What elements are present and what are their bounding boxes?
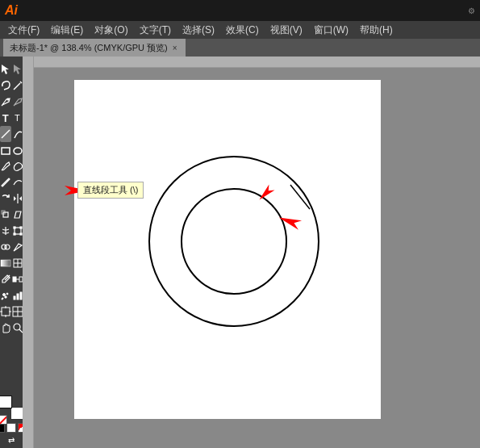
app-logo: Ai [5, 3, 18, 18]
scale-tool[interactable] [0, 207, 11, 223]
tab-title: 未标题-1* @ 138.4% (CMYK/GPU 预览) [10, 42, 168, 54]
toolbar: T T [0, 57, 23, 448]
direct-select-tool[interactable] [12, 61, 23, 77]
ellipse-tool[interactable] [12, 142, 23, 158]
svg-line-8 [7, 180, 8, 181]
svg-rect-35 [17, 294, 19, 299]
svg-rect-19 [14, 233, 15, 235]
pencil-tool[interactable] [0, 174, 11, 191]
menu-effect[interactable]: 效果(C) [221, 22, 264, 39]
menu-view[interactable]: 视图(V) [265, 22, 307, 39]
color-section [0, 392, 23, 436]
menu-bar: 文件(F) 编辑(E) 对象(O) 文字(T) 选择(S) 效果(C) 视图(V… [0, 21, 480, 39]
menu-select[interactable]: 选择(S) [177, 22, 219, 39]
free-transform-tool[interactable] [12, 223, 23, 239]
menu-type[interactable]: 文字(T) [135, 22, 176, 39]
svg-point-22 [5, 245, 10, 249]
canvas-area[interactable]: 直线段工具 (\) [23, 57, 480, 448]
rectangle-tool[interactable] [0, 142, 11, 158]
line-segment-tool[interactable] [0, 126, 11, 142]
blob-brush-tool[interactable] [12, 158, 23, 174]
svg-line-3 [20, 82, 22, 83]
type-tool[interactable]: T [0, 110, 11, 126]
column-graph-tool[interactable] [12, 287, 23, 304]
eyedropper-tool[interactable] [0, 271, 11, 287]
svg-rect-18 [20, 227, 22, 228]
line-segment [290, 185, 310, 209]
select-tool[interactable] [0, 61, 11, 77]
tooltip: 直线段工具 (\) [77, 182, 144, 199]
swap-colors[interactable]: ⇄ [8, 436, 15, 445]
shape-builder-tool[interactable] [0, 239, 11, 255]
menu-edit[interactable]: 编辑(E) [46, 22, 88, 39]
svg-point-31 [2, 294, 5, 296]
white-swatch[interactable] [6, 423, 16, 433]
svg-line-27 [5, 275, 10, 280]
pen-tool[interactable] [0, 94, 11, 110]
main-area: T T [0, 57, 480, 448]
svg-rect-23 [1, 260, 10, 266]
add-anchor-tool[interactable] [12, 94, 23, 110]
slice-tool[interactable] [12, 304, 23, 320]
arc-tool[interactable] [12, 126, 23, 142]
shear-tool[interactable] [12, 207, 23, 223]
tooltip-text: 直线段工具 (\) [83, 185, 138, 195]
svg-point-32 [6, 293, 8, 295]
svg-line-2 [14, 83, 20, 90]
red-arrow-toolbar [65, 186, 89, 195]
svg-point-45 [14, 324, 20, 330]
hand-tool[interactable] [0, 320, 11, 336]
zoom-tool[interactable] [12, 320, 23, 336]
svg-marker-47 [65, 186, 89, 195]
svg-rect-12 [3, 212, 8, 217]
ruler-top [34, 57, 480, 68]
svg-marker-10 [14, 196, 16, 201]
menu-help[interactable]: 帮助(H) [355, 22, 398, 39]
magic-wand-tool[interactable] [12, 77, 23, 94]
live-paint-tool[interactable] [12, 239, 23, 255]
blend-tool[interactable] [12, 271, 23, 287]
svg-marker-1 [14, 65, 21, 74]
inner-circle [182, 189, 286, 294]
svg-rect-37 [2, 308, 10, 316]
artboard-tool[interactable] [0, 304, 11, 320]
canvas-content [34, 68, 480, 448]
svg-marker-49 [278, 213, 302, 230]
lasso-tool[interactable] [0, 77, 11, 94]
fill-swatch[interactable] [0, 396, 12, 408]
vertical-type-tool[interactable]: T [12, 110, 23, 126]
mesh-tool[interactable] [12, 255, 23, 271]
svg-point-7 [14, 148, 22, 154]
red-arrow-lower [278, 213, 302, 230]
title-bar: Ai ⚙ [0, 0, 480, 21]
width-tool[interactable] [0, 223, 11, 239]
menu-window[interactable]: 窗口(W) [309, 22, 353, 39]
reflect-tool[interactable] [12, 191, 23, 207]
none-swatch[interactable] [0, 415, 7, 425]
svg-rect-34 [14, 296, 15, 299]
menu-file[interactable]: 文件(F) [3, 22, 44, 39]
menu-object[interactable]: 对象(O) [90, 22, 132, 39]
svg-marker-14 [15, 211, 21, 218]
svg-rect-28 [13, 277, 16, 282]
symbol-sprayer-tool[interactable] [0, 287, 11, 304]
svg-rect-20 [20, 233, 22, 235]
gradient-tool[interactable] [0, 255, 11, 271]
svg-line-5 [2, 130, 10, 138]
svg-line-46 [19, 329, 23, 333]
window-controls: ⚙ [468, 6, 475, 15]
svg-marker-11 [19, 196, 22, 201]
color-swatches [0, 396, 23, 420]
artboard [74, 80, 381, 419]
tab-bar: 未标题-1* @ 138.4% (CMYK/GPU 预览) × [0, 39, 480, 57]
active-tab[interactable]: 未标题-1* @ 138.4% (CMYK/GPU 预览) × [3, 39, 186, 57]
stroke-swatch[interactable] [10, 407, 23, 420]
ruler-left [23, 57, 34, 448]
svg-marker-48 [257, 184, 275, 203]
paintbrush-tool[interactable] [0, 158, 11, 174]
tab-close-button[interactable]: × [173, 44, 177, 52]
svg-rect-17 [14, 227, 15, 228]
smooth-tool[interactable] [12, 174, 23, 191]
rotate-tool[interactable] [0, 191, 11, 207]
svg-rect-36 [20, 292, 22, 299]
